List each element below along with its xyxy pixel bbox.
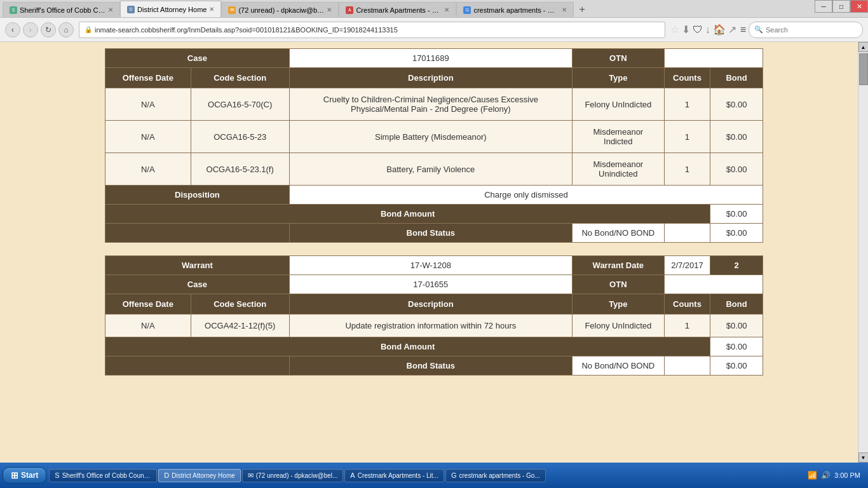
taskbar-icon-google: G	[451, 471, 457, 479]
lock-icon: 🔒	[85, 26, 92, 33]
window-close-btn[interactable]: ✕	[850, 0, 868, 13]
bookmark-btn[interactable]: ☆	[670, 24, 679, 36]
offense-date-header-1: Offense Date	[105, 68, 191, 88]
warrant-date-header: Warrant Date	[572, 255, 664, 274]
code-section-cell: OCGA16-5-70(C)	[191, 88, 289, 121]
scroll-thumb[interactable]	[859, 53, 868, 85]
nav-bar: ‹ › ↻ ⌂ 🔒 inmate-search.cobbsheriff.org/…	[0, 18, 868, 42]
bond-status-header-1: Bond Status	[289, 224, 572, 243]
system-tray: 📶 🔊 3:00 PM	[803, 471, 865, 480]
ff-home-btn[interactable]: 🏠	[713, 24, 726, 36]
description-cell: Battery, Family Violence	[289, 153, 572, 186]
taskbar-item-email[interactable]: ✉ (72 unread) - dpkaciw@bel...	[242, 469, 344, 482]
case-header-2: Case	[105, 274, 290, 294]
case-row-1: Case 17011689 OTN	[105, 49, 763, 68]
ff-send-btn[interactable]: ↗	[728, 24, 736, 36]
tab-crestmark[interactable]: A Crestmark Apartments - Lit... ✕	[339, 2, 456, 17]
bond-header-1: Bond	[710, 68, 763, 88]
description-header-2: Description	[289, 294, 572, 314]
scroll-down-arrow[interactable]: ▼	[858, 452, 869, 463]
new-tab-btn[interactable]: +	[574, 2, 590, 17]
window-restore-btn[interactable]: □	[832, 0, 850, 13]
bond-status-value-1: No Bond/NO BOND	[572, 224, 664, 243]
disposition-row: Disposition Charge only dismissed	[105, 186, 763, 205]
bond-amount-row-1: Bond Amount $0.00	[105, 205, 763, 224]
tab-sheriff[interactable]: S Sheriff's Office of Cobb County... ✕	[3, 2, 120, 17]
counts-header-2: Counts	[664, 294, 710, 314]
tab-google-title: crestmark apartments - Go...	[473, 6, 559, 14]
download-btn[interactable]: ↓	[705, 24, 710, 36]
taskbar-item-da-label: District Attorney Home	[172, 472, 234, 479]
spacer-row-final	[105, 375, 763, 388]
bond-status-empty-2	[664, 356, 710, 375]
tab-sheriff-close[interactable]: ✕	[108, 6, 113, 13]
spacer-row	[105, 243, 763, 255]
address-bar[interactable]: 🔒 inmate-search.cobbsheriff.org/InmDetai…	[79, 22, 665, 38]
bond-status-header-2: Bond Status	[289, 356, 572, 375]
otn-header-1: OTN	[572, 49, 664, 68]
offense-date-cell: N/A	[105, 314, 191, 337]
otn-header-2: OTN	[572, 274, 664, 294]
bond-status-row-2: Bond Status No Bond/NO BOND $0.00	[105, 356, 763, 375]
bond-header-2: Bond	[710, 294, 763, 314]
start-btn[interactable]: ⊞ Start	[3, 467, 46, 484]
tab-crestmark-close[interactable]: ✕	[444, 6, 449, 13]
type-cell: Misdemeanor Indicted	[572, 121, 664, 153]
otn-value-1	[664, 49, 763, 68]
taskbar: ⊞ Start S Sheriff's Office of Cobb Count…	[0, 463, 868, 488]
scroll-up-arrow[interactable]: ▲	[858, 42, 869, 52]
description-header-1: Description	[289, 68, 572, 88]
taskbar-item-sheriff[interactable]: S Sheriff's Office of Cobb County...	[49, 469, 157, 482]
back-btn[interactable]: ‹	[5, 22, 20, 37]
taskbar-item-google[interactable]: G crestmark apartments - Go...	[445, 469, 546, 482]
disposition-header: Disposition	[105, 186, 290, 205]
tab-crestmark-title: Crestmark Apartments - Lit...	[356, 6, 442, 14]
case-value-1: 17011689	[289, 49, 572, 68]
taskbar-icon-da: D	[164, 471, 169, 479]
counts-cell: 1	[664, 88, 710, 121]
bond-status-value-2: No Bond/NO BOND	[572, 356, 664, 375]
tab-google[interactable]: G crestmark apartments - Go... ✕	[456, 2, 574, 17]
bond-status-row-1: Bond Status No Bond/NO BOND $0.00	[105, 224, 763, 243]
refresh-btn[interactable]: ↻	[41, 22, 56, 37]
tab-email-close[interactable]: ✕	[327, 6, 332, 13]
tab-district-attorney-close[interactable]: ✕	[209, 6, 214, 13]
type-header-2: Type	[572, 294, 664, 314]
tab-google-close[interactable]: ✕	[562, 6, 567, 13]
taskbar-item-da[interactable]: D District Attorney Home	[158, 469, 240, 482]
window-minimize-btn[interactable]: ─	[815, 0, 832, 13]
taskbar-items: S Sheriff's Office of Cobb County... D D…	[49, 469, 803, 482]
pocket-btn[interactable]: ⬇	[682, 24, 690, 36]
disposition-value: Charge only dismissed	[289, 186, 763, 205]
code-section-cell: OCGA42-1-12(f)(5)	[191, 314, 289, 337]
code-section-header-2: Code Section	[191, 294, 289, 314]
bond-amount-row-2: Bond Amount $0.00	[105, 337, 763, 356]
taskbar-item-crestmark[interactable]: A Crestmark Apartments - Lit...	[344, 469, 444, 482]
bond-cell: $0.00	[710, 314, 763, 337]
tray-volume-icon: 🔊	[821, 471, 831, 480]
tab-district-attorney[interactable]: D District Attorney Home ✕	[120, 1, 221, 17]
col-headers-2: Offense Date Code Section Description Ty…	[105, 294, 763, 314]
tab-email[interactable]: ✉ (72 unread) - dpkaciw@bel... ✕	[221, 2, 339, 17]
bond-cell: $0.00	[710, 153, 763, 186]
otn-value-2	[664, 274, 763, 294]
search-input[interactable]	[766, 26, 855, 34]
taskbar-icon-sheriff: S	[55, 471, 59, 479]
bond-amount-value-2: $0.00	[710, 337, 763, 356]
shield-icon: 🛡	[693, 24, 703, 36]
home-btn[interactable]: ⌂	[58, 22, 74, 37]
case-header-1: Case	[105, 49, 290, 68]
table-row: N/A OCGA16-5-23.1(f) Battery, Family Vio…	[105, 153, 763, 186]
offense-date-cell: N/A	[105, 88, 191, 121]
bond-status-amount-1: $0.00	[710, 224, 763, 243]
menu-btn[interactable]: ≡	[740, 24, 746, 36]
bond-cell: $0.00	[710, 88, 763, 121]
counts-cell: 1	[664, 153, 710, 186]
windows-icon: ⊞	[11, 470, 18, 480]
warrant-number: 2	[710, 255, 763, 274]
forward-btn[interactable]: ›	[23, 22, 38, 37]
code-section-cell: OCGA16-5-23.1(f)	[191, 153, 289, 186]
scrollbar[interactable]: ▲ ▼	[858, 42, 868, 463]
type-cell: Felony UnIndicted	[572, 88, 664, 121]
bond-amount-header-2: Bond Amount	[105, 337, 710, 356]
